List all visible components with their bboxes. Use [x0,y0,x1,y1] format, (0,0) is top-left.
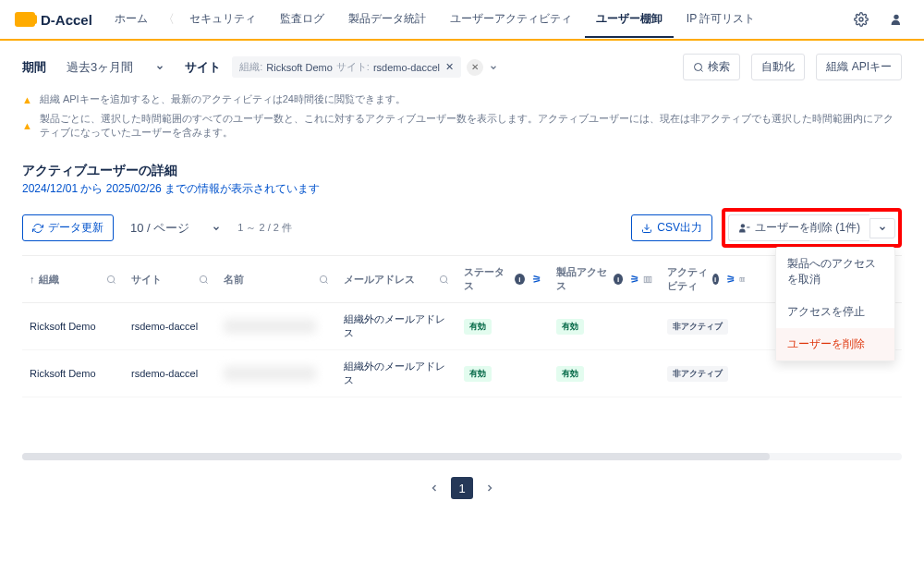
page-size-select[interactable]: 10 / ページ [123,215,228,241]
nav-separator-icon: 〈 [161,11,176,28]
users-table: ↑ 組織 サイト 名前 メールアドレス ステータス [22,255,902,397]
columns-icon[interactable] [739,275,745,285]
chip-remove-icon[interactable]: ✕ [445,61,454,73]
logo-mark-icon [15,12,35,27]
filter-icon[interactable]: ⚞ [532,274,541,286]
th-name-label: 名前 [224,273,244,287]
refresh-button[interactable]: データ更新 [22,214,114,241]
search-icon[interactable] [106,275,116,285]
chevron-down-icon[interactable] [489,63,498,72]
clear-filters-button[interactable]: ✕ [467,59,483,76]
panel-subtitle: 2024/12/01 から 2025/02/26 までの情報が表示されています [22,181,902,197]
th-name[interactable]: 名前 [216,263,336,296]
th-org[interactable]: ↑ 組織 [22,263,124,296]
nav-home[interactable]: ホーム [103,2,159,38]
redacted-name [224,319,316,334]
access-badge: 有効 [556,366,584,382]
access-badge: 有効 [556,319,584,335]
bulk-action-dropdown-toggle[interactable] [869,218,895,238]
sort-icon: ↑ [30,274,35,285]
th-email-label: メールアドレス [344,273,415,287]
nav-security[interactable]: セキュリティ [178,2,267,38]
th-status-label: ステータス [464,265,511,293]
chevron-down-icon [155,63,164,72]
activity-badge: 非アクティブ [667,366,728,382]
search-button[interactable]: 検索 [683,54,740,80]
search-icon[interactable] [319,275,329,285]
table-row[interactable]: Ricksoft Demo rsdemo-daccel 組織外のメールアドレス … [22,303,902,350]
bulk-action-highlight: ユーザーを削除 (1件) 製品へのアクセスを取消 アクセスを停止 ユーザーを削除 [722,208,902,248]
filter-icon[interactable]: ⚞ [630,274,639,286]
period-select[interactable]: 過去3ヶ月間 [57,55,174,80]
th-access-label: 製品アクセス [556,265,610,293]
redacted-name [224,366,316,381]
nav-audit[interactable]: 監査ログ [269,2,335,38]
th-email[interactable]: メールアドレス [336,263,456,296]
menu-delete-user[interactable]: ユーザーを削除 [776,328,894,360]
activity-badge: 非アクティブ [667,319,728,335]
nav-activity[interactable]: ユーザーアクティビティ [439,2,583,38]
th-site[interactable]: サイト [124,263,216,296]
pager-page-1[interactable]: 1 [451,477,473,499]
chevron-left-icon [429,482,440,494]
profile-button[interactable] [883,6,909,32]
pager-next[interactable] [479,477,501,499]
cell-access: 有効 [549,310,660,344]
th-status[interactable]: ステータス i ⚞ [456,256,549,302]
nav-ip[interactable]: IP 許可リスト [675,2,766,38]
svg-rect-8 [645,276,647,282]
search-icon [693,62,704,73]
alert-text: 製品ごとに、選択した時間範囲のすべてのユーザー数と、これに対するアクティブユーザ… [40,112,902,140]
th-access[interactable]: 製品アクセス i ⚞ [549,256,660,302]
svg-point-7 [440,275,446,282]
bulk-action-label: ユーザーを削除 (1件) [755,220,860,236]
th-activity-label: アクティビティ [667,265,709,293]
cell-activity: 非アクティブ [660,310,752,344]
brand-text: D-Accel [41,12,92,28]
th-org-label: 組織 [39,273,59,287]
warning-icon: ▲ [22,94,32,105]
csv-label: CSV出力 [657,220,702,236]
table-row[interactable]: Ricksoft Demo rsdemo-daccel 組織外のメールアドレス … [22,350,902,397]
chevron-down-icon [878,224,887,233]
menu-revoke-access[interactable]: 製品へのアクセスを取消 [776,248,894,296]
svg-rect-9 [647,276,649,282]
pagination: 1 [0,470,924,518]
svg-rect-12 [741,277,742,281]
menu-suspend-access[interactable]: アクセスを停止 [776,296,894,328]
th-site-label: サイト [131,273,162,287]
filter-icon[interactable]: ⚞ [726,274,736,286]
csv-export-button[interactable]: CSV出力 [631,214,712,241]
cell-org: Ricksoft Demo [22,359,124,388]
site-chip[interactable]: 組織: Ricksoft Demo サイト: rsdemo-daccel ✕ [232,56,461,78]
search-icon[interactable] [199,275,209,285]
user-icon [889,12,904,27]
settings-button[interactable] [848,6,874,32]
nav-stats[interactable]: 製品データ統計 [337,2,437,38]
main-nav: ホーム 〈 セキュリティ 監査ログ 製品データ統計 ユーザーアクティビティ ユー… [103,2,848,38]
status-badge: 有効 [464,366,492,382]
logo[interactable]: D-Accel [15,12,92,28]
automate-label: 自動化 [761,59,795,75]
bulk-action-main[interactable]: ユーザーを削除 (1件) [728,214,869,241]
filter-bar: 期間 過去3ヶ月間 サイト 組織: Ricksoft Demo サイト: rsd… [0,41,924,90]
nav-inventory[interactable]: ユーザー棚卸 [585,2,674,38]
search-icon[interactable] [439,275,449,285]
cell-activity: 非アクティブ [660,357,752,391]
svg-rect-10 [650,276,651,282]
api-key-button[interactable]: 組織 APIキー [816,54,902,80]
svg-point-3 [741,224,745,227]
cell-name [216,357,336,390]
alert-text: 組織 APIキーを追加すると、最新のアクティビティは24時間後に閲覧できます。 [40,92,406,106]
columns-icon[interactable] [643,275,652,285]
search-label: 検索 [708,59,730,75]
cell-site: rsdemo-daccel [124,311,216,341]
th-activity[interactable]: アクティビティ i ⚞ [660,256,752,302]
automate-button[interactable]: 自動化 [751,54,805,80]
horizontal-scrollbar[interactable] [22,453,902,460]
pager-prev[interactable] [423,477,445,499]
scrollbar-thumb[interactable] [22,453,770,460]
period-value: 過去3ヶ月間 [67,59,133,76]
cell-email: 組織外のメールアドレス [336,350,456,397]
topbar-actions [848,6,909,32]
